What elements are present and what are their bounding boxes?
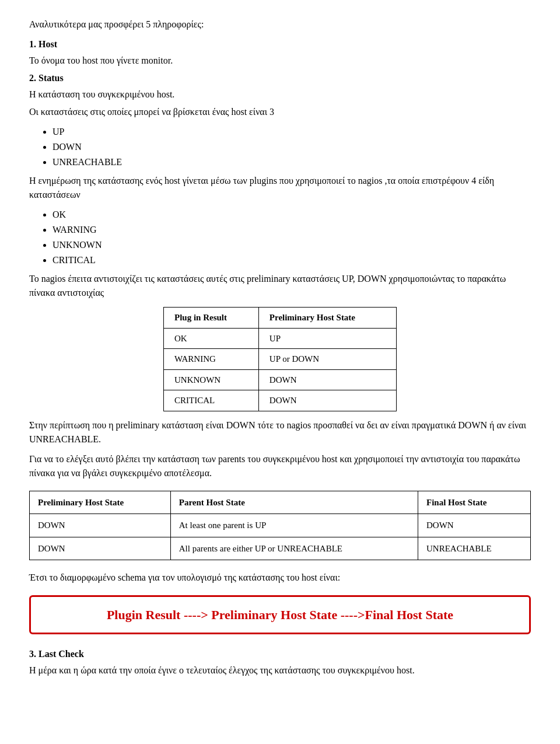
status-bullet-unreachable: UNREACHABLE: [52, 155, 531, 169]
table1-row4-col1: CRITICAL: [164, 390, 259, 411]
table1-row2-col1: WARNING: [164, 349, 259, 370]
preliminary-desc1: Στην περίπτωση που η preliminary κατάστα…: [29, 418, 531, 446]
table-row: UNKNOWN DOWN: [164, 369, 397, 390]
table2-row2-col2: All parents are either UP or UNREACHABLE: [170, 537, 418, 560]
item3-desc: Η μέρα και η ώρα κατά την οποία έγινε ο …: [29, 663, 531, 677]
table2-row2-col1: DOWN: [30, 537, 171, 560]
schema-intro: Έτσι το διαμορφωμένο schema για τον υπολ…: [29, 571, 531, 585]
table1-row2-col2: UP or DOWN: [258, 349, 396, 370]
table2-row1-col2: At least one parent is UP: [170, 514, 418, 537]
table1-row3-col2: DOWN: [258, 369, 396, 390]
table-row: WARNING UP or DOWN: [164, 349, 397, 370]
table2-container: Preliminary Host State Parent Host State…: [29, 491, 531, 561]
item2-desc: Η κατάσταση του συγκεκριμένου host.: [29, 88, 531, 102]
table2-row1-col1: DOWN: [30, 514, 171, 537]
table-row: DOWN All parents are either UP or UNREAC…: [30, 537, 531, 560]
table1-row1-col1: OK: [164, 328, 259, 349]
table1-row3-col1: UNKNOWN: [164, 369, 259, 390]
table-row: CRITICAL DOWN: [164, 390, 397, 411]
status-bullet-down: DOWN: [52, 140, 531, 154]
item3-heading: 3. Last Check: [29, 647, 531, 661]
item1-heading: 1. Host: [29, 37, 531, 51]
preliminary-desc2: Για να το ελέγξει αυτό βλέπει την κατάστ…: [29, 452, 531, 480]
table1-header-col2: Preliminary Host State: [258, 308, 396, 329]
schema-text: Plugin Result ----> Preliminary Host Sta…: [107, 607, 453, 622]
item1-desc: Το όνομα του host που γίνετε monitor.: [29, 54, 531, 68]
table1-row4-col2: DOWN: [258, 390, 396, 411]
table-row: OK UP: [164, 328, 397, 349]
mapping-desc: Το nagios έπειτα αντιστοιχίζει τις κατασ…: [29, 272, 531, 300]
schema-box: Plugin Result ----> Preliminary Host Sta…: [29, 595, 531, 634]
plugin-bullet-critical: CRITICAL: [52, 253, 531, 267]
item2-heading: 2. Status: [29, 71, 531, 85]
plugin-bullet-ok: OK: [52, 208, 531, 222]
plugin-desc: Η ενημέρωση της κατάστασης ενός host γίν…: [29, 174, 531, 202]
table1-container: Plug in Result Preliminary Host State OK…: [29, 307, 531, 411]
intro-line: Αναλυτικότερα μας προσφέρει 5 πληροφορίε…: [29, 18, 531, 32]
host-state-table: Preliminary Host State Parent Host State…: [29, 491, 531, 561]
plugin-bullet-unknown: UNKNOWN: [52, 238, 531, 252]
table1-header-col1: Plug in Result: [164, 308, 259, 329]
status-bullet-up: UP: [52, 125, 531, 139]
table-row: DOWN At least one parent is UP DOWN: [30, 514, 531, 537]
table2-header-col3: Final Host State: [418, 491, 530, 514]
plug-in-result-table: Plug in Result Preliminary Host State OK…: [163, 307, 397, 411]
table2-header-col2: Parent Host State: [170, 491, 418, 514]
table2-row2-col3: UNREACHABLE: [418, 537, 530, 560]
table2-row1-col3: DOWN: [418, 514, 530, 537]
last-check-section: 3. Last Check Η μέρα και η ώρα κατά την …: [29, 647, 531, 677]
status-bullets-list: UP DOWN UNREACHABLE: [52, 125, 531, 169]
table2-header-col1: Preliminary Host State: [30, 491, 171, 514]
status-desc: Οι καταστάσεις στις οποίες μπορεί να βρί…: [29, 105, 531, 119]
plugin-bullets-list: OK WARNING UNKNOWN CRITICAL: [52, 208, 531, 267]
table1-row1-col2: UP: [258, 328, 396, 349]
plugin-bullet-warning: WARNING: [52, 223, 531, 237]
